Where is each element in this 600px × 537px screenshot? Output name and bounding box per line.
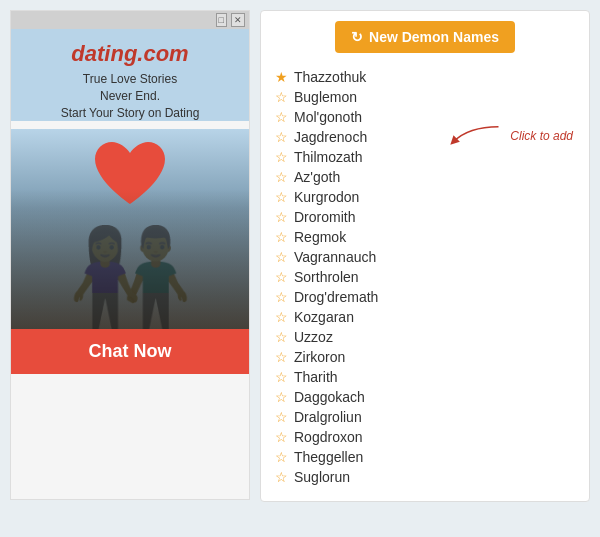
name-text: Rogdroxon xyxy=(294,429,363,445)
star-empty-icon: ☆ xyxy=(275,310,288,324)
list-item[interactable]: ☆ Zirkoron xyxy=(275,347,575,367)
ad-topbar: □ ✕ xyxy=(11,11,249,29)
star-empty-icon: ☆ xyxy=(275,390,288,404)
name-text: Sorthrolen xyxy=(294,269,359,285)
new-demon-names-button[interactable]: ↻ New Demon Names xyxy=(335,21,515,53)
name-text: Kozgaran xyxy=(294,309,354,325)
star-empty-icon: ☆ xyxy=(275,410,288,424)
star-empty-icon: ☆ xyxy=(275,470,288,484)
star-filled-icon: ★ xyxy=(275,70,288,84)
star-empty-icon: ☆ xyxy=(275,430,288,444)
list-item[interactable]: ☆ Buglemon xyxy=(275,87,575,107)
star-empty-icon: ☆ xyxy=(275,330,288,344)
star-empty-icon: ☆ xyxy=(275,270,288,284)
star-empty-icon: ☆ xyxy=(275,170,288,184)
star-empty-icon: ☆ xyxy=(275,150,288,164)
names-header: ↻ New Demon Names xyxy=(275,21,575,53)
name-text: Drog'dremath xyxy=(294,289,378,305)
refresh-icon: ↻ xyxy=(351,29,363,45)
ad-subtitle: True Love Stories Never End. Start Your … xyxy=(21,71,239,121)
name-text: Daggokach xyxy=(294,389,365,405)
name-text: Kurgrodon xyxy=(294,189,359,205)
list-item[interactable]: ☆ Suglorun xyxy=(275,467,575,487)
list-item[interactable]: ☆ Tharith xyxy=(275,367,575,387)
list-item[interactable]: ☆ Thilmozath xyxy=(275,147,575,167)
name-text: Thazzothuk xyxy=(294,69,366,85)
name-text: Theggellen xyxy=(294,449,363,465)
list-item[interactable]: ☆ Regmok xyxy=(275,227,575,247)
name-text: Uzzoz xyxy=(294,329,333,345)
star-empty-icon: ☆ xyxy=(275,110,288,124)
list-item[interactable]: ☆ Kozgaran xyxy=(275,307,575,327)
list-item[interactable]: ☆ Daggokach xyxy=(275,387,575,407)
list-item[interactable]: ☆ Sorthrolen xyxy=(275,267,575,287)
ad-resize-icon[interactable]: □ xyxy=(216,13,227,27)
star-empty-icon: ☆ xyxy=(275,350,288,364)
star-empty-icon: ☆ xyxy=(275,250,288,264)
name-text: Tharith xyxy=(294,369,338,385)
name-text: Buglemon xyxy=(294,89,357,105)
list-item[interactable]: ☆ Uzzoz xyxy=(275,327,575,347)
list-item[interactable]: ☆ Az'goth xyxy=(275,167,575,187)
list-item[interactable]: ☆ Rogdroxon xyxy=(275,427,575,447)
ad-logo: dating.com xyxy=(21,41,239,67)
names-panel: ↻ New Demon Names Click to add ★ Thazzot… xyxy=(260,10,590,502)
list-item[interactable]: ☆ Dralgroliun xyxy=(275,407,575,427)
ad-content: dating.com True Love Stories Never End. … xyxy=(11,29,249,121)
star-empty-icon: ☆ xyxy=(275,370,288,384)
list-item[interactable]: ☆ Theggellen xyxy=(275,447,575,467)
star-empty-icon: ☆ xyxy=(275,210,288,224)
name-text: Suglorun xyxy=(294,469,350,485)
list-item[interactable]: ★ Thazzothuk xyxy=(275,67,575,87)
star-empty-icon: ☆ xyxy=(275,130,288,144)
name-text: Vagrannauch xyxy=(294,249,376,265)
star-empty-icon: ☆ xyxy=(275,290,288,304)
list-item[interactable]: ☆ Mol'gonoth xyxy=(275,107,575,127)
star-empty-icon: ☆ xyxy=(275,230,288,244)
list-item[interactable]: ☆ Droromith xyxy=(275,207,575,227)
ad-panel: □ ✕ dating.com True Love Stories Never E… xyxy=(10,10,250,500)
list-item[interactable]: ☆ Jagdrenoch xyxy=(275,127,575,147)
ad-cta-button[interactable]: Chat Now xyxy=(11,329,249,374)
name-text: Droromith xyxy=(294,209,355,225)
names-list: Click to add ★ Thazzothuk ☆ Buglemon ☆ M… xyxy=(275,67,575,487)
name-text: Az'goth xyxy=(294,169,340,185)
name-text: Jagdrenoch xyxy=(294,129,367,145)
name-text: Regmok xyxy=(294,229,346,245)
list-item[interactable]: ☆ Drog'dremath xyxy=(275,287,575,307)
ad-image: 👫 xyxy=(11,129,249,329)
name-text: Zirkoron xyxy=(294,349,345,365)
star-empty-icon: ☆ xyxy=(275,450,288,464)
star-empty-icon: ☆ xyxy=(275,190,288,204)
list-item[interactable]: ☆ Vagrannauch xyxy=(275,247,575,267)
star-empty-icon: ☆ xyxy=(275,90,288,104)
name-text: Thilmozath xyxy=(294,149,362,165)
list-item[interactable]: ☆ Kurgrodon xyxy=(275,187,575,207)
name-text: Dralgroliun xyxy=(294,409,362,425)
ad-close-icon[interactable]: ✕ xyxy=(231,13,245,27)
name-text: Mol'gonoth xyxy=(294,109,362,125)
